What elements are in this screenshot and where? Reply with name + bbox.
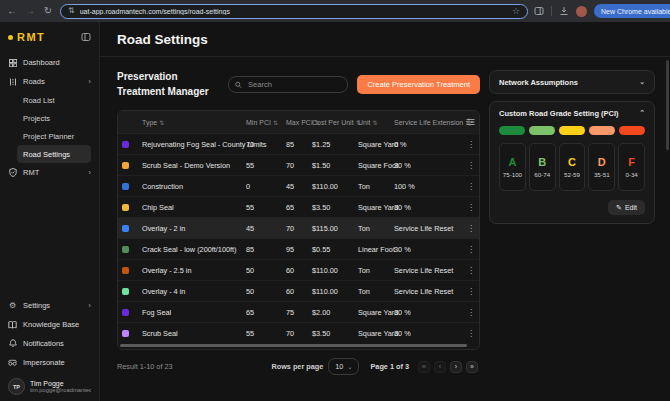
cost-per-unit-value: $115.00 [312,224,358,233]
column-header-type[interactable]: Type⇅ [142,119,246,126]
custom-road-grade-header[interactable]: Custom Road Grade Setting (PCI) ⌃ [499,102,645,124]
treatment-color-swatch [122,183,129,190]
site-settings-icon[interactable]: ⇅ [68,7,75,15]
sidebar-collapse-icon[interactable] [81,32,91,42]
sidebar-item-project-planner[interactable]: Project Planner [8,127,91,145]
app-logo: RMT [17,31,45,43]
previous-page-button[interactable]: ‹ [434,361,446,373]
bookmark-star-icon[interactable]: ☆ [512,7,520,16]
window-scrollbar-thumb[interactable] [666,60,669,150]
rows-per-page-select[interactable]: 10 ⌄ [328,358,359,375]
grade-letter: F [628,156,635,168]
unit-value: Square Yard [358,308,394,317]
reload-icon[interactable]: ↻ [42,6,54,16]
sidebar-item-rmt[interactable]: RMT › [8,163,91,182]
grade-box: F 0-34 [618,143,645,191]
column-header-max-pci[interactable]: Max PCI⇅ [286,119,312,126]
grade-box: D 35-51 [588,143,615,191]
sidebar-item-notifications[interactable]: Notifications [8,334,91,353]
sidebar-item-road-settings[interactable]: Road Settings [17,145,91,163]
sort-icon[interactable]: ⇅ [273,119,278,126]
column-settings-icon[interactable] [466,118,475,126]
cost-per-unit-value: $0.55 [312,245,358,254]
last-page-button[interactable]: » [466,361,478,373]
side-panel-icon[interactable] [534,6,544,16]
create-preservation-treatment-button[interactable]: Create Preservation Treatment [357,75,480,94]
treatment-color-swatch [122,309,129,316]
service-life-value: 100 % [394,182,467,191]
treatment-name: Overlay - 2.5 in [142,266,246,275]
row-menu-icon[interactable]: ⋮ [467,224,475,233]
service-life-value: Service Life Reset [394,287,467,296]
next-page-button[interactable]: › [450,361,462,373]
treatment-color-swatch [122,162,129,169]
service-life-value: 30 % [394,245,467,254]
sidebar-item-label: Dashboard [23,58,60,67]
sidebar-item-dashboard[interactable]: Dashboard [8,53,91,72]
max-pci-value: 95 [286,245,312,254]
row-menu-icon[interactable]: ⋮ [467,287,475,296]
cost-per-unit-value: $110.00 [312,266,358,275]
url-text[interactable]: uat-app.roadmantech.com/settings/road-se… [80,8,507,15]
browser-profile-avatar[interactable] [576,6,587,17]
search-box[interactable] [228,76,348,93]
page-title: Road Settings [117,32,208,47]
min-pci-value: 50 [246,266,286,275]
download-icon[interactable] [559,6,569,16]
row-menu-icon[interactable]: ⋮ [467,266,475,275]
address-bar[interactable]: ⇅ uat-app.roadmantech.com/settings/road-… [60,4,528,19]
min-pci-value: 65 [246,308,286,317]
table-row[interactable]: Crack Seal - low (200ft/100ft) 85 95 $0.… [118,238,479,259]
grade-box: A 75-100 [499,143,526,191]
table-row[interactable]: Rejuvenating Fog Seal - County Limits 70… [118,133,479,154]
horizontal-scrollbar-thumb[interactable] [120,344,467,347]
sidebar-item-settings[interactable]: ⚙ Settings › [8,296,91,315]
row-menu-icon[interactable]: ⋮ [467,140,475,149]
table-row[interactable]: Scrub Seal 55 70 $3.50 Square Yard 30 % … [118,322,479,343]
edit-grades-button[interactable]: ✎ Edit [608,200,645,215]
row-menu-icon[interactable]: ⋮ [467,308,475,317]
row-menu-icon[interactable]: ⋮ [467,203,475,212]
grade-range: 60-74 [534,171,550,178]
forward-icon[interactable]: → [24,6,36,16]
column-header-cost-per-unit[interactable]: Cost Per Unit⇅ [312,119,358,126]
treatment-color-swatch [122,267,129,274]
unit-value: Square Yard [358,140,394,149]
chrome-update-button[interactable]: New Chrome available ⋮ [594,4,670,18]
row-menu-icon[interactable]: ⋮ [467,329,475,338]
table-row[interactable]: Overlay - 2.5 in 50 60 $110.00 Ton Servi… [118,259,479,280]
impersonate-mask-icon [8,359,17,367]
result-count: Result 1-10 of 23 [117,362,173,371]
unit-value: Ton [358,266,394,275]
road-icon [8,78,17,86]
network-assumptions-card[interactable]: Network Assumptions ⌄ [490,71,654,93]
back-icon[interactable]: ← [6,6,18,16]
column-header-min-pci[interactable]: Min PCI⇅ [246,119,286,126]
sidebar-item-label: Roads [23,77,45,86]
sort-icon[interactable]: ⇅ [372,119,377,126]
grade-box: B 60-74 [529,143,556,191]
sidebar-item-projects[interactable]: Projects [8,109,91,127]
column-header-unit[interactable]: Unit⇅ [358,119,394,126]
table-row[interactable]: Fog Seal 65 75 $2.00 Square Yard 30 % ⋮ [118,301,479,322]
user-profile[interactable]: TP Tim Pogge tim.pogge@roadmantech.com [8,378,91,395]
first-page-button[interactable]: « [418,361,430,373]
sidebar-item-impersonate[interactable]: Impersonate [8,353,91,372]
row-menu-icon[interactable]: ⋮ [467,161,475,170]
table-row[interactable]: Construction 0 45 $110.00 Ton 100 % ⋮ [118,175,479,196]
sidebar-item-roads[interactable]: Roads › [8,72,91,91]
sort-icon[interactable]: ⇅ [159,119,164,126]
row-menu-icon[interactable]: ⋮ [467,182,475,191]
table-row[interactable]: Scrub Seal - Demo Version 55 70 $1.50 Sq… [118,154,479,175]
row-menu-icon[interactable]: ⋮ [467,245,475,254]
horizontal-scrollbar[interactable] [118,343,479,349]
page-header: Road Settings [100,22,670,57]
sidebar-item-road-list[interactable]: Road List [8,91,91,109]
table-row[interactable]: Overlay - 4 in 50 60 $110.00 Ton Service… [118,280,479,301]
max-pci-value: 70 [286,329,312,338]
sidebar-item-knowledge-base[interactable]: Knowledge Base [8,315,91,334]
search-input[interactable] [246,79,341,90]
table-row[interactable]: Chip Seal 55 65 $3.50 Square Yard 30 % ⋮ [118,196,479,217]
table-row[interactable]: Overlay - 2 in 45 70 $115.00 Ton Service… [118,217,479,238]
column-header-service-life-extension[interactable]: Service Life Extension⇅ [394,119,467,126]
